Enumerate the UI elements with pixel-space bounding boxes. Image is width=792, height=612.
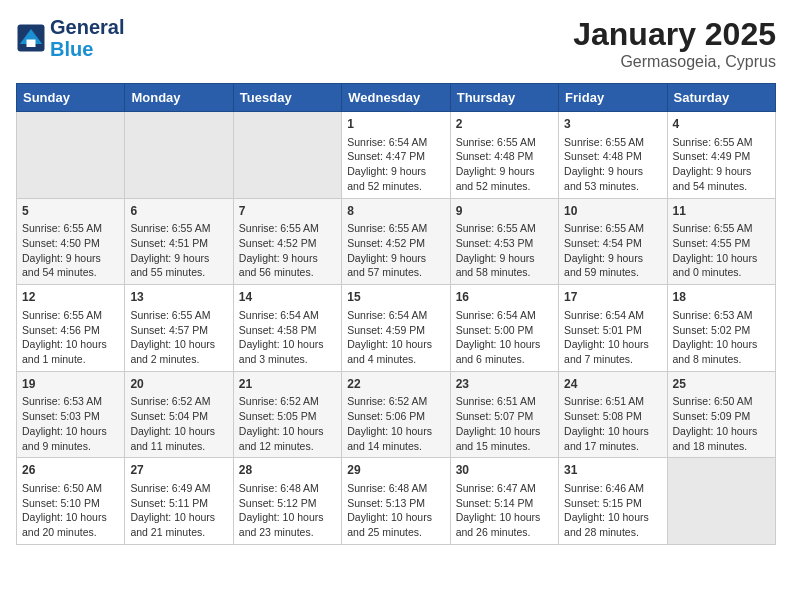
calendar-cell: 8Sunrise: 6:55 AMSunset: 4:52 PMDaylight…: [342, 198, 450, 285]
day-number: 20: [130, 376, 227, 393]
calendar-cell: [667, 458, 775, 545]
calendar-week-row: 26Sunrise: 6:50 AMSunset: 5:10 PMDayligh…: [17, 458, 776, 545]
day-header-wednesday: Wednesday: [342, 84, 450, 112]
calendar-cell: 4Sunrise: 6:55 AMSunset: 4:49 PMDaylight…: [667, 112, 775, 199]
day-number: 7: [239, 203, 336, 220]
day-number: 3: [564, 116, 661, 133]
calendar-week-row: 5Sunrise: 6:55 AMSunset: 4:50 PMDaylight…: [17, 198, 776, 285]
day-header-thursday: Thursday: [450, 84, 558, 112]
day-number: 22: [347, 376, 444, 393]
day-number: 31: [564, 462, 661, 479]
day-number: 15: [347, 289, 444, 306]
calendar-cell: 28Sunrise: 6:48 AMSunset: 5:12 PMDayligh…: [233, 458, 341, 545]
calendar-cell: 7Sunrise: 6:55 AMSunset: 4:52 PMDaylight…: [233, 198, 341, 285]
svg-rect-2: [27, 40, 36, 48]
calendar-cell: 13Sunrise: 6:55 AMSunset: 4:57 PMDayligh…: [125, 285, 233, 372]
day-header-monday: Monday: [125, 84, 233, 112]
calendar-cell: [233, 112, 341, 199]
day-number: 2: [456, 116, 553, 133]
calendar-cell: [17, 112, 125, 199]
day-number: 25: [673, 376, 770, 393]
main-title: January 2025: [573, 16, 776, 53]
day-number: 12: [22, 289, 119, 306]
day-number: 30: [456, 462, 553, 479]
calendar-cell: 31Sunrise: 6:46 AMSunset: 5:15 PMDayligh…: [559, 458, 667, 545]
calendar-week-row: 19Sunrise: 6:53 AMSunset: 5:03 PMDayligh…: [17, 371, 776, 458]
day-number: 24: [564, 376, 661, 393]
calendar-cell: 26Sunrise: 6:50 AMSunset: 5:10 PMDayligh…: [17, 458, 125, 545]
calendar-cell: 19Sunrise: 6:53 AMSunset: 5:03 PMDayligh…: [17, 371, 125, 458]
day-number: 13: [130, 289, 227, 306]
calendar-cell: 5Sunrise: 6:55 AMSunset: 4:50 PMDaylight…: [17, 198, 125, 285]
day-number: 27: [130, 462, 227, 479]
calendar-header-row: SundayMondayTuesdayWednesdayThursdayFrid…: [17, 84, 776, 112]
day-number: 29: [347, 462, 444, 479]
calendar-cell: 10Sunrise: 6:55 AMSunset: 4:54 PMDayligh…: [559, 198, 667, 285]
calendar-cell: 3Sunrise: 6:55 AMSunset: 4:48 PMDaylight…: [559, 112, 667, 199]
day-header-saturday: Saturday: [667, 84, 775, 112]
day-number: 10: [564, 203, 661, 220]
calendar-cell: 12Sunrise: 6:55 AMSunset: 4:56 PMDayligh…: [17, 285, 125, 372]
day-number: 5: [22, 203, 119, 220]
calendar-cell: 30Sunrise: 6:47 AMSunset: 5:14 PMDayligh…: [450, 458, 558, 545]
day-number: 6: [130, 203, 227, 220]
day-header-friday: Friday: [559, 84, 667, 112]
logo-text: GeneralBlue: [50, 16, 124, 60]
calendar-cell: 25Sunrise: 6:50 AMSunset: 5:09 PMDayligh…: [667, 371, 775, 458]
calendar-cell: 29Sunrise: 6:48 AMSunset: 5:13 PMDayligh…: [342, 458, 450, 545]
logo: GeneralBlue: [16, 16, 124, 60]
calendar-cell: 11Sunrise: 6:55 AMSunset: 4:55 PMDayligh…: [667, 198, 775, 285]
calendar-cell: 22Sunrise: 6:52 AMSunset: 5:06 PMDayligh…: [342, 371, 450, 458]
day-number: 11: [673, 203, 770, 220]
day-number: 21: [239, 376, 336, 393]
calendar-cell: 1Sunrise: 6:54 AMSunset: 4:47 PMDaylight…: [342, 112, 450, 199]
title-block: January 2025 Germasogeia, Cyprus: [573, 16, 776, 71]
day-number: 17: [564, 289, 661, 306]
calendar-cell: 14Sunrise: 6:54 AMSunset: 4:58 PMDayligh…: [233, 285, 341, 372]
logo-icon: [16, 23, 46, 53]
day-number: 8: [347, 203, 444, 220]
subtitle: Germasogeia, Cyprus: [573, 53, 776, 71]
day-number: 9: [456, 203, 553, 220]
calendar-cell: 9Sunrise: 6:55 AMSunset: 4:53 PMDaylight…: [450, 198, 558, 285]
calendar-cell: 2Sunrise: 6:55 AMSunset: 4:48 PMDaylight…: [450, 112, 558, 199]
page-header: GeneralBlue January 2025 Germasogeia, Cy…: [16, 16, 776, 71]
day-number: 1: [347, 116, 444, 133]
calendar-week-row: 1Sunrise: 6:54 AMSunset: 4:47 PMDaylight…: [17, 112, 776, 199]
calendar-cell: 23Sunrise: 6:51 AMSunset: 5:07 PMDayligh…: [450, 371, 558, 458]
day-number: 14: [239, 289, 336, 306]
calendar-cell: 15Sunrise: 6:54 AMSunset: 4:59 PMDayligh…: [342, 285, 450, 372]
calendar-cell: 6Sunrise: 6:55 AMSunset: 4:51 PMDaylight…: [125, 198, 233, 285]
calendar-cell: 27Sunrise: 6:49 AMSunset: 5:11 PMDayligh…: [125, 458, 233, 545]
day-number: 28: [239, 462, 336, 479]
calendar-cell: [125, 112, 233, 199]
calendar-cell: 16Sunrise: 6:54 AMSunset: 5:00 PMDayligh…: [450, 285, 558, 372]
day-header-tuesday: Tuesday: [233, 84, 341, 112]
calendar-cell: 18Sunrise: 6:53 AMSunset: 5:02 PMDayligh…: [667, 285, 775, 372]
calendar-cell: 20Sunrise: 6:52 AMSunset: 5:04 PMDayligh…: [125, 371, 233, 458]
calendar-cell: 21Sunrise: 6:52 AMSunset: 5:05 PMDayligh…: [233, 371, 341, 458]
day-number: 18: [673, 289, 770, 306]
day-header-sunday: Sunday: [17, 84, 125, 112]
calendar-week-row: 12Sunrise: 6:55 AMSunset: 4:56 PMDayligh…: [17, 285, 776, 372]
day-number: 23: [456, 376, 553, 393]
calendar-cell: 17Sunrise: 6:54 AMSunset: 5:01 PMDayligh…: [559, 285, 667, 372]
calendar-cell: 24Sunrise: 6:51 AMSunset: 5:08 PMDayligh…: [559, 371, 667, 458]
day-number: 16: [456, 289, 553, 306]
day-number: 26: [22, 462, 119, 479]
day-number: 19: [22, 376, 119, 393]
calendar-table: SundayMondayTuesdayWednesdayThursdayFrid…: [16, 83, 776, 545]
day-number: 4: [673, 116, 770, 133]
